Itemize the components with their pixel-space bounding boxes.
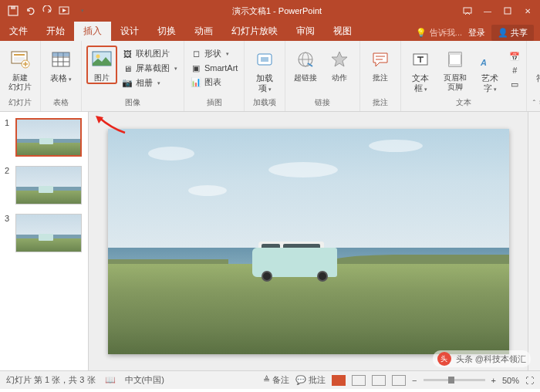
- tab-transitions[interactable]: 切换: [148, 22, 185, 41]
- watermark-logo: 头: [437, 352, 451, 366]
- sorter-view-icon[interactable]: [352, 375, 366, 386]
- hyperlink-icon: [293, 47, 318, 72]
- date-icon: 📅: [509, 51, 520, 62]
- maximize-icon[interactable]: [498, 3, 517, 19]
- picture-button[interactable]: 图片: [86, 46, 117, 84]
- online-pictures-button[interactable]: 🖼联机图片: [120, 47, 179, 60]
- svg-rect-20: [449, 64, 461, 66]
- smartart-icon: ▣: [191, 63, 201, 73]
- tab-review[interactable]: 审阅: [287, 22, 324, 41]
- new-slide-icon: [8, 47, 32, 72]
- text-more-1[interactable]: 📅: [508, 50, 521, 63]
- header-footer-button[interactable]: 页眉和页脚: [438, 46, 472, 93]
- start-icon[interactable]: [57, 4, 71, 18]
- group-slides: 新建 幻灯片 幻灯片: [0, 41, 41, 111]
- screenshot-icon: 🖥: [122, 63, 133, 74]
- ribbon-options-icon[interactable]: [458, 3, 477, 19]
- chart-button[interactable]: 📊图表: [189, 76, 239, 89]
- zoom-out-icon[interactable]: −: [412, 376, 417, 385]
- group-illustrations: ◻形状▾ ▣SmartArt 📊图表 插图: [184, 41, 245, 111]
- tab-slideshow[interactable]: 幻灯片放映: [222, 22, 287, 41]
- annotation-arrow: [94, 114, 127, 136]
- svg-rect-4: [505, 8, 511, 14]
- zoom-in-icon[interactable]: +: [491, 376, 496, 385]
- quick-access-toolbar: ▾: [0, 4, 96, 18]
- collapse-ribbon-icon[interactable]: ˆ: [533, 100, 535, 108]
- window-title: 演示文稿1 - PowerPoint: [96, 5, 458, 17]
- screenshot-button[interactable]: 🖥屏幕截图▾: [120, 62, 179, 75]
- table-button[interactable]: 表格▾: [46, 46, 76, 85]
- thumbnail-1[interactable]: 1: [5, 118, 83, 157]
- thumbnail-3[interactable]: 3: [5, 214, 83, 252]
- minimize-icon[interactable]: —: [478, 3, 497, 19]
- fit-icon[interactable]: ⛶: [525, 376, 534, 385]
- tab-insert[interactable]: 插入: [74, 22, 111, 41]
- tab-view[interactable]: 视图: [324, 22, 361, 41]
- group-tables: 表格▾ 表格: [41, 41, 82, 111]
- bulb-icon: 💡: [416, 28, 427, 38]
- text-more-2[interactable]: #: [508, 64, 521, 76]
- symbol-button[interactable]: Ω 符号▾: [532, 46, 540, 85]
- slide-indicator[interactable]: 幻灯片 第 1 张，共 3 张: [6, 374, 96, 386]
- group-text: 文本框▾ 页眉和页脚 A 艺术字▾ 📅 # ▭ 文本: [401, 41, 527, 111]
- symbol-icon: Ω: [535, 47, 540, 72]
- normal-view-icon[interactable]: [332, 375, 346, 386]
- ribbon: 新建 幻灯片 幻灯片 表格▾ 表格 图片 🖼联机图片 🖥屏幕截图▾ 📷相册▾: [0, 41, 540, 112]
- online-pic-icon: 🖼: [122, 49, 133, 59]
- picture-icon: [89, 47, 114, 72]
- svg-rect-6: [14, 54, 25, 56]
- title-bar: ▾ 演示文稿1 - PowerPoint — ✕: [0, 0, 540, 22]
- svg-rect-19: [449, 52, 461, 55]
- shapes-button[interactable]: ◻形状▾: [189, 47, 239, 60]
- slide-canvas[interactable]: [89, 112, 528, 370]
- comments-button[interactable]: 💬 批注: [295, 374, 326, 386]
- smartart-button[interactable]: ▣SmartArt: [189, 62, 239, 74]
- comment-icon: [368, 47, 393, 72]
- tab-home[interactable]: 开始: [37, 22, 74, 41]
- signin-link[interactable]: 登录: [468, 27, 485, 39]
- text-more-3[interactable]: ▭: [508, 78, 521, 90]
- redo-icon[interactable]: [40, 4, 54, 18]
- textbox-button[interactable]: 文本框▾: [406, 46, 435, 95]
- group-label: 链接: [315, 97, 330, 110]
- share-button[interactable]: 👤共享: [491, 25, 534, 41]
- qat-dropdown-icon[interactable]: ▾: [76, 4, 89, 18]
- group-comments: 批注 批注: [360, 41, 401, 111]
- language-indicator[interactable]: 中文(中国): [125, 374, 164, 386]
- workspace: 1 2 3: [0, 112, 540, 370]
- album-button[interactable]: 📷相册▾: [120, 76, 179, 90]
- ribbon-tabs: 文件 开始 插入 设计 切换 动画 幻灯片放映 审阅 视图 💡告诉我... 登录…: [0, 22, 540, 41]
- tell-me[interactable]: 💡告诉我...: [416, 27, 462, 39]
- group-links: 超链接 动作 链接: [285, 41, 360, 111]
- tab-file[interactable]: 文件: [0, 22, 37, 41]
- action-button[interactable]: 动作: [324, 46, 355, 84]
- undo-icon[interactable]: [23, 4, 37, 18]
- hyperlink-button[interactable]: 超链接: [290, 46, 321, 84]
- zoom-level[interactable]: 50%: [502, 376, 519, 385]
- group-label: 批注: [373, 97, 388, 110]
- chart-icon: 📊: [191, 77, 201, 88]
- group-addins: 加载 项▾ 加载项: [245, 41, 285, 111]
- window-controls: — ✕: [458, 3, 540, 19]
- thumbnail-2[interactable]: 2: [5, 166, 83, 204]
- svg-rect-10: [52, 52, 69, 56]
- new-slide-button[interactable]: 新建 幻灯片: [5, 46, 35, 93]
- comment-button[interactable]: 批注: [365, 46, 396, 84]
- wordart-icon: A: [478, 47, 502, 72]
- notes-button[interactable]: ≜ 备注: [263, 374, 289, 386]
- textbox-icon: [408, 47, 433, 72]
- vertical-scrollbar[interactable]: [528, 112, 540, 370]
- thumbnail-pane[interactable]: 1 2 3: [0, 112, 89, 370]
- spell-icon[interactable]: 📖: [105, 375, 116, 385]
- save-icon[interactable]: [6, 4, 20, 18]
- addins-button[interactable]: 加载 项▾: [249, 46, 280, 95]
- close-icon[interactable]: ✕: [518, 3, 537, 19]
- reading-view-icon[interactable]: [372, 375, 386, 386]
- svg-point-12: [96, 55, 100, 59]
- header-icon: [443, 47, 467, 72]
- slideshow-view-icon[interactable]: [392, 375, 406, 386]
- tab-animations[interactable]: 动画: [185, 22, 222, 41]
- zoom-slider[interactable]: [424, 379, 485, 381]
- tab-design[interactable]: 设计: [111, 22, 148, 41]
- wordart-button[interactable]: A 艺术字▾: [475, 46, 505, 95]
